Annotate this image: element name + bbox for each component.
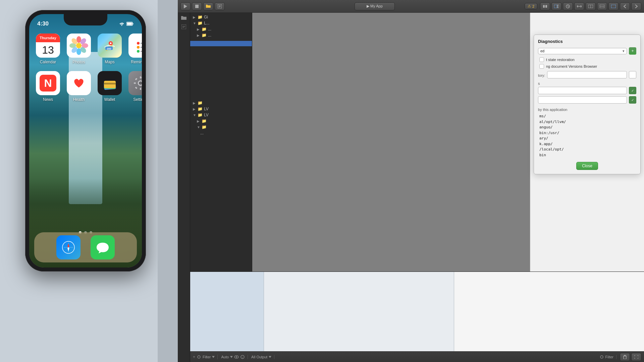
layout-btn-2[interactable] bbox=[597, 2, 607, 10]
warning-indicator[interactable]: ⚠ 2 bbox=[525, 3, 537, 9]
app-news[interactable]: N News bbox=[36, 71, 60, 102]
diag-dropdown[interactable]: ed ▾ bbox=[538, 48, 627, 54]
file-item-l1[interactable]: ▼ 📁 L... bbox=[190, 20, 252, 26]
diag-checkbox-2[interactable] bbox=[539, 64, 544, 69]
code-line-5: ary/ bbox=[539, 136, 636, 141]
app-reminders[interactable]: Reminders bbox=[128, 34, 142, 64]
nav-back[interactable] bbox=[620, 2, 630, 10]
wallet-icon bbox=[98, 71, 122, 95]
scheme-selector[interactable]: ▶ My App bbox=[355, 2, 395, 10]
app-maps[interactable]: 280 Maps bbox=[98, 34, 122, 64]
code-line-6: k.app/ bbox=[539, 141, 636, 147]
file-lv-label: LV bbox=[204, 107, 209, 111]
app-calendar[interactable]: Thursday 13 Calendar bbox=[36, 34, 60, 64]
file-item-sub1[interactable]: ▶ 📁 ... bbox=[190, 26, 252, 32]
diag-text-input-2[interactable] bbox=[538, 87, 627, 94]
diag-checkbox-label-1: t state restoration bbox=[546, 58, 575, 62]
diag-field-label: tory: bbox=[538, 73, 545, 77]
code-line-1: ms/ bbox=[539, 114, 636, 119]
file-item-lv[interactable]: ▶ 📁 LV bbox=[190, 106, 252, 112]
diag-dropdown-arrow: ▾ bbox=[623, 49, 625, 53]
arrows-button[interactable] bbox=[574, 2, 584, 10]
svg-rect-35 bbox=[134, 82, 136, 84]
right-panel-toggle[interactable] bbox=[551, 2, 561, 10]
file-item-c3[interactable]: ... bbox=[190, 130, 252, 136]
file-tree-folder[interactable] bbox=[179, 14, 189, 22]
file-item-lv2[interactable]: ▼ 📁 LV bbox=[190, 112, 252, 118]
file-sub2-label: ... bbox=[208, 33, 211, 38]
diag-text-input[interactable] bbox=[547, 71, 627, 78]
inspector-button[interactable] bbox=[540, 2, 550, 10]
close-button[interactable]: Close bbox=[576, 162, 598, 170]
bottom-left-panel bbox=[190, 272, 264, 362]
file-item-gi[interactable]: ▶ 📁 Gi bbox=[190, 14, 252, 20]
svg-rect-39 bbox=[135, 86, 137, 89]
eye-icon[interactable] bbox=[234, 355, 239, 359]
expand-button[interactable] bbox=[631, 353, 641, 361]
code-line-3: anguo/ bbox=[539, 125, 636, 130]
news-label: News bbox=[43, 97, 53, 102]
svg-rect-30 bbox=[104, 83, 116, 84]
diag-green-checkbox-1[interactable]: ✓ bbox=[629, 87, 636, 94]
file-item-selected[interactable] bbox=[190, 41, 252, 46]
dock bbox=[34, 232, 137, 262]
play-button[interactable] bbox=[180, 2, 191, 10]
layout-btn-1[interactable] bbox=[586, 2, 596, 10]
diag-stepper-btn[interactable]: + bbox=[629, 47, 636, 55]
folder-b1-icon: 📁 bbox=[198, 101, 203, 105]
trash-button[interactable] bbox=[620, 353, 630, 361]
svg-rect-47 bbox=[195, 5, 199, 8]
diagnostics-title: Diagnostics bbox=[538, 39, 636, 44]
file-tree-edit[interactable] bbox=[179, 23, 189, 31]
code-line-4: bin:/usr/ bbox=[539, 130, 636, 136]
app-wallet[interactable]: Wallet bbox=[98, 71, 122, 102]
svg-point-22 bbox=[137, 50, 140, 53]
diag-checkbox-row-2: ng document Versions Browser bbox=[538, 64, 636, 69]
bottom-right-panel bbox=[454, 272, 644, 362]
file-gi-label: Gi bbox=[204, 15, 208, 19]
app-settings[interactable]: Settings bbox=[128, 71, 142, 102]
nav-forward[interactable] bbox=[631, 2, 641, 10]
svg-rect-1 bbox=[133, 23, 133, 24]
file-item-c2[interactable]: ▼ 📁 bbox=[190, 124, 252, 130]
auto-label: Auto bbox=[221, 355, 229, 359]
clock-button[interactable] bbox=[563, 2, 573, 10]
folder-sub2-icon: 📁 bbox=[202, 33, 207, 38]
news-icon: N bbox=[36, 71, 60, 95]
app-photos[interactable]: Photos bbox=[67, 34, 91, 64]
diag-checkbox-1[interactable] bbox=[539, 57, 544, 62]
all-output-label: All Output bbox=[251, 355, 267, 359]
file-item-c1[interactable]: ▶ 📁 bbox=[190, 118, 252, 124]
svg-text:N: N bbox=[44, 77, 52, 89]
diag-green-checkbox-2[interactable]: ✓ bbox=[629, 96, 636, 104]
diag-text-input-3[interactable] bbox=[538, 96, 627, 104]
file-item-b1[interactable]: ▶ 📁 bbox=[190, 100, 252, 106]
bottom-toolbar-left: + Filter bbox=[193, 355, 218, 359]
info-icon[interactable]: i bbox=[240, 355, 245, 359]
bottom-toolbar-auto: Auto i bbox=[221, 355, 248, 359]
dock-safari[interactable] bbox=[56, 235, 80, 259]
diag-field-checkbox[interactable] bbox=[629, 71, 636, 78]
file-item-sub2[interactable]: ▶ 📁 ... bbox=[190, 32, 252, 38]
svg-rect-55 bbox=[557, 5, 559, 8]
app-health[interactable]: Health bbox=[67, 71, 91, 102]
stop-button[interactable] bbox=[192, 2, 202, 10]
svg-point-20 bbox=[137, 46, 140, 49]
dock-messages[interactable] bbox=[91, 235, 115, 259]
calendar-header: Thursday bbox=[36, 34, 60, 42]
svg-rect-33 bbox=[140, 76, 141, 78]
iphone-screen: 4:30 Thursday 13 bbox=[29, 14, 142, 267]
edit-button[interactable] bbox=[215, 2, 225, 10]
output-chevron-icon bbox=[269, 356, 271, 358]
health-icon bbox=[67, 71, 91, 95]
calendar-date: 13 bbox=[42, 42, 54, 58]
add-icon[interactable]: + bbox=[193, 355, 195, 359]
svg-point-73 bbox=[236, 356, 237, 358]
diag-section-s: s bbox=[538, 81, 636, 85]
bottom-center-panel bbox=[264, 272, 454, 362]
status-time: 4:30 bbox=[37, 20, 49, 27]
folder-button[interactable] bbox=[203, 2, 213, 10]
svg-rect-2 bbox=[127, 23, 132, 25]
layout-btn-3[interactable] bbox=[608, 2, 619, 10]
gear-small-icon bbox=[197, 355, 201, 359]
